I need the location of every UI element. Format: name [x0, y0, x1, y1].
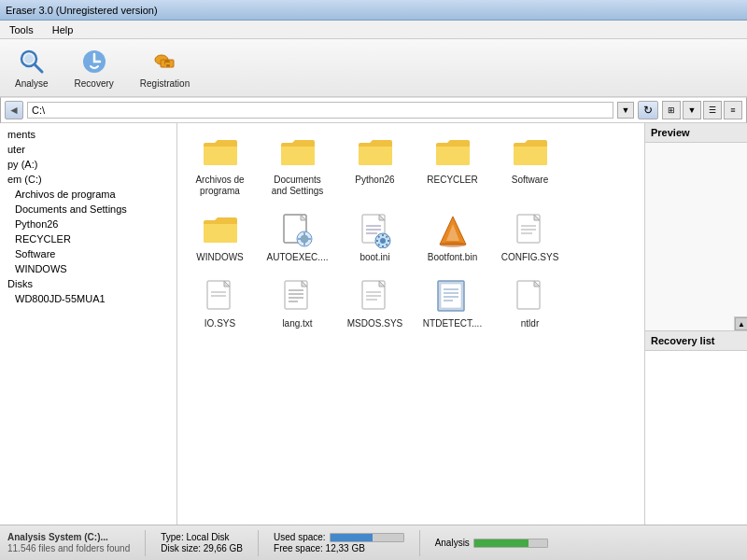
file-label-ntldr: ntldr: [521, 318, 539, 329]
file-item-lang[interactable]: lang.txt: [262, 274, 332, 333]
file-item-msdos[interactable]: MSDOS.SYS: [340, 274, 410, 333]
folder-icon-docs: [279, 134, 317, 172]
folder-icon-archivos: [202, 134, 239, 172]
status-divider-1: [145, 530, 146, 556]
sidebar-item-0[interactable]: ments: [0, 127, 176, 142]
status-middle: Type: Local Disk Disk size: 29,66 GB: [161, 532, 243, 553]
used-space-fill: [331, 534, 373, 541]
txt-icon-lang: [279, 278, 317, 315]
status-files-found: 11.546 files and folders found: [7, 543, 130, 553]
file-item-python[interactable]: Python26: [340, 131, 410, 201]
toolbar: Analyse Recovery Registration: [0, 39, 747, 97]
recovery-list-content: [645, 351, 747, 525]
analyse-label: Analyse: [15, 78, 49, 89]
title-bar: Eraser 3.0 (Unregistered version): [0, 0, 747, 21]
analysis-bar: [473, 539, 548, 548]
used-space-row: Used space:: [274, 532, 404, 542]
file-item-config[interactable]: CONFIG.SYS: [495, 208, 565, 267]
file-label-bootini: boot.ini: [359, 252, 389, 263]
file-item-software[interactable]: Software: [495, 131, 565, 201]
refresh-button[interactable]: ↻: [638, 101, 658, 119]
view-details[interactable]: ≡: [724, 101, 742, 119]
registration-icon: [150, 47, 180, 77]
status-bar: Analysis System (C:)... 11.546 files and…: [0, 525, 747, 560]
svg-line-30: [378, 245, 380, 246]
sidebar-item-disks[interactable]: Disks: [0, 276, 176, 291]
sidebar-item-wd[interactable]: WD800JD-55MUA1: [0, 291, 176, 306]
file-item-bootini[interactable]: boot.ini: [340, 208, 410, 267]
file-label-iosys: IO.SYS: [204, 318, 235, 329]
sys-icon-config: [512, 212, 549, 249]
status-divider-3: [419, 530, 420, 556]
recovery-icon: [79, 47, 109, 77]
folder-icon-windows: [202, 212, 239, 249]
file-label-bootfont: Bootfont.bin: [428, 252, 477, 263]
sidebar-item-1[interactable]: uter: [0, 142, 176, 157]
file-label-python: Python26: [355, 175, 394, 186]
back-button[interactable]: ◄: [5, 101, 23, 119]
file-label-recycler: RECYCLER: [427, 175, 477, 186]
folder-icon-software: [512, 134, 549, 172]
file-area: Archivos deprograma Documentsand Setting…: [177, 123, 644, 525]
svg-rect-52: [441, 284, 461, 308]
sidebar-item-archivos[interactable]: Archivos de programa: [0, 187, 176, 202]
folder-icon-recycler: [434, 134, 472, 172]
file-item-docs[interactable]: Documentsand Settings: [262, 131, 332, 201]
recovery-button[interactable]: Recovery: [67, 43, 121, 92]
file-item-archivos[interactable]: Archivos deprograma: [185, 131, 255, 201]
registration-button[interactable]: Registration: [133, 43, 197, 92]
free-space-row: Free space: 12,33 GB: [274, 543, 404, 553]
file-label-autoexec: AUTOEXEC....: [267, 252, 329, 263]
view-list[interactable]: ☰: [703, 101, 722, 119]
file-item-iosys[interactable]: IO.SYS: [185, 274, 255, 333]
file-grid: Archivos deprograma Documentsand Setting…: [185, 131, 637, 333]
address-dropdown[interactable]: ▼: [617, 102, 634, 119]
preview-panel: Preview ▲ Recovery list: [644, 123, 747, 525]
file-label-windows: WINDOWS: [196, 252, 244, 263]
file-item-ntdetect[interactable]: NTDETECT....: [417, 274, 487, 333]
sys-icon-autoexec: [279, 212, 317, 249]
sidebar-item-recycler[interactable]: RECYCLER: [0, 231, 176, 246]
app-icon-bootfont: [434, 212, 472, 249]
file-item-ntldr[interactable]: ntldr: [495, 274, 565, 333]
status-analysis: Analysis: [435, 538, 548, 548]
sidebar-item-2[interactable]: py (A:): [0, 157, 176, 172]
file-item-windows[interactable]: WINDOWS: [185, 208, 255, 267]
file-item-recycler[interactable]: RECYCLER: [417, 131, 487, 201]
scroll-up-arrow[interactable]: ▲: [735, 317, 747, 330]
svg-point-33: [440, 242, 466, 247]
file-item-bootfont[interactable]: Bootfont.bin: [417, 208, 487, 267]
svg-line-29: [386, 236, 388, 238]
status-type: Type: Local Disk: [161, 532, 243, 542]
file-label-msdos: MSDOS.SYS: [347, 318, 402, 329]
used-space-bar: [330, 533, 404, 542]
menu-bar: Tools Help: [0, 21, 747, 39]
file-label-docs: Documentsand Settings: [272, 175, 324, 197]
sidebar-item-docs[interactable]: Documents and Settings: [0, 202, 176, 217]
file-item-autoexec[interactable]: AUTOEXEC....: [262, 208, 332, 267]
status-divider-2: [258, 530, 259, 556]
view-buttons: ⊞ ▼ ☰ ≡: [662, 101, 742, 119]
address-input[interactable]: [27, 102, 613, 119]
free-label: Free space: 12,33 GB: [274, 543, 365, 553]
file-label-lang: lang.txt: [282, 318, 312, 329]
doc-icon-ntdetect: [434, 278, 472, 315]
sys-icon-msdos: [357, 278, 394, 315]
sidebar-item-3[interactable]: em (C:): [0, 172, 176, 187]
svg-rect-8: [166, 64, 170, 67]
view-dropdown[interactable]: ▼: [683, 101, 701, 119]
view-large-icon[interactable]: ⊞: [662, 101, 681, 119]
sidebar-item-python[interactable]: Python26: [0, 217, 176, 231]
sidebar: ments uter py (A:) em (C:) Archivos de p…: [0, 123, 177, 525]
menu-tools[interactable]: Tools: [4, 23, 39, 36]
analyse-button[interactable]: Analyse: [7, 43, 56, 92]
ini-icon-bootini: [357, 212, 394, 249]
analyse-icon: [17, 47, 47, 77]
registration-label: Registration: [140, 78, 190, 89]
status-right: Used space: Free space: 12,33 GB: [274, 532, 404, 553]
blank-icon-ntldr: [512, 278, 549, 315]
menu-help[interactable]: Help: [47, 23, 79, 36]
sidebar-item-windows[interactable]: WINDOWS: [0, 261, 176, 276]
sidebar-item-software[interactable]: Software: [0, 246, 176, 261]
address-bar: ◄ ▼ ↻ ⊞ ▼ ☰ ≡: [0, 97, 747, 123]
